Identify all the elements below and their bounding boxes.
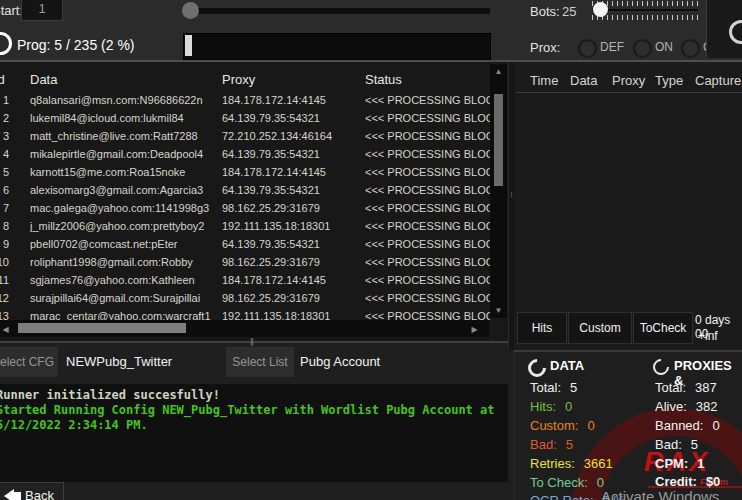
hits-col-capture[interactable]: Capture xyxy=(695,73,741,88)
runner-window: Start: Bots: 25 Prog: 5 / 235 (2 %) Prox… xyxy=(0,0,742,500)
prox-on-radio[interactable] xyxy=(633,39,652,58)
cell-data: matt_christine@live.com:Ratt7288 xyxy=(30,127,218,145)
cell-proxy: 192.111.135.18:18301 xyxy=(222,307,362,320)
cell-status: <<< PROCESSING BLOCK xyxy=(365,253,490,271)
log-line: Started Running Config NEW_Pubg_Twitter … xyxy=(0,403,508,418)
start-input[interactable] xyxy=(21,0,63,21)
cell-status: <<< PROCESSING BLOCK xyxy=(365,307,490,320)
vertical-scroll-thumb[interactable] xyxy=(494,94,503,186)
horizontal-scroll-thumb[interactable] xyxy=(18,323,186,333)
table-rows: 1q8alansari@msn.com:N96686622n184.178.17… xyxy=(0,91,490,320)
prox-off-radio[interactable] xyxy=(681,39,700,58)
cell-data: mac.galega@yahoo.com:1141998g3 xyxy=(30,199,218,217)
tab-hits[interactable]: Hits xyxy=(517,312,567,344)
scroll-right-icon[interactable]: ▶ xyxy=(466,325,483,334)
stat-data-bad: Bad:5 xyxy=(530,437,573,452)
horizontal-splitter-grip[interactable]: ∥ xyxy=(250,337,254,346)
cell-proxy: 64.139.79.35:54321 xyxy=(222,109,362,127)
cell-proxy: 64.139.79.35:54321 xyxy=(222,145,362,163)
hits-col-data[interactable]: Data xyxy=(570,73,597,88)
hits-col-time[interactable]: Time xyxy=(530,73,558,88)
col-header-proxy[interactable]: Proxy xyxy=(222,72,255,87)
cell-data: j_millz2006@yahoo.com:prettyboy2 xyxy=(30,217,218,235)
scroll-left-icon[interactable]: ◀ xyxy=(0,325,14,334)
bots-slider[interactable] xyxy=(590,0,700,26)
hits-col-proxy[interactable]: Proxy xyxy=(612,73,645,88)
table-row[interactable]: 8j_millz2006@yahoo.com:prettyboy2192.111… xyxy=(0,217,490,235)
cell-proxy: 184.178.172.14:4145 xyxy=(222,91,362,109)
back-label: Back xyxy=(25,488,54,500)
select-cfg-button[interactable]: Select CFG xyxy=(0,347,58,377)
tab-tocheck[interactable]: ToCheck xyxy=(633,312,693,344)
table-row[interactable]: 9pbell0702@comcast.net:pEter64.139.79.35… xyxy=(0,235,490,253)
start-slider-track xyxy=(191,8,490,14)
cell-status: <<< PROCESSING BLOCK xyxy=(365,217,490,235)
runner-log: Runner initialized succesfully! Started … xyxy=(0,384,508,482)
bots-ticks-top xyxy=(592,1,698,6)
table-row[interactable]: 7mac.galega@yahoo.com:1141998g398.162.25… xyxy=(0,199,490,217)
bottom-divider xyxy=(0,341,508,343)
prog-caption: Prog: xyxy=(17,37,50,53)
table-row[interactable]: 13marac_centar@yahoo.com:warcraft1192.11… xyxy=(0,307,490,320)
table-row[interactable]: 1q8alansari@msn.com:N96686622n184.178.17… xyxy=(0,91,490,109)
table-row[interactable]: 3matt_christine@live.com:Ratt728872.210.… xyxy=(0,127,490,145)
scroll-down-icon[interactable]: ▼ xyxy=(490,306,507,315)
cell-id: 11 xyxy=(0,271,9,289)
cell-id: 2 xyxy=(0,109,9,127)
cell-status: <<< PROCESSING BLOCK xyxy=(365,91,490,109)
results-table: Id Data Proxy Status 1q8alansari@msn.com… xyxy=(0,62,508,341)
cell-proxy: 64.139.79.35:54321 xyxy=(222,235,362,253)
stat-proxy-credit: Credit:$0 xyxy=(655,474,720,489)
cell-data: q8alansari@msn.com:N96686622n xyxy=(30,91,218,109)
table-row[interactable]: 11sgjames76@yahoo.com:Kathleen184.178.17… xyxy=(0,271,490,289)
log-line: 5/12/2022 2:34:14 PM. xyxy=(0,418,508,433)
cell-id: 1 xyxy=(0,91,9,109)
config-name: NEWPubg_Twitter xyxy=(66,354,172,369)
bots-slider-knob[interactable] xyxy=(593,2,608,17)
gear-icon[interactable] xyxy=(729,20,742,44)
scroll-up-icon[interactable]: ▲ xyxy=(490,67,507,76)
tab-custom[interactable]: Custom xyxy=(568,312,632,344)
start-slider[interactable] xyxy=(183,0,490,22)
table-row[interactable]: 10roliphant1998@gmail.com:Robby98.162.25… xyxy=(0,253,490,271)
stat-proxy-cpm: CPM:1 xyxy=(655,456,704,471)
bots-value: 25 xyxy=(562,4,576,19)
cell-id: 4 xyxy=(0,145,9,163)
cell-id: 12 xyxy=(0,289,9,307)
table-row[interactable]: 12surajpillai64@gmail.com:Surajpillai98.… xyxy=(0,289,490,307)
col-header-status[interactable]: Status xyxy=(365,72,402,87)
cell-status: <<< PROCESSING BLOCK xyxy=(365,163,490,181)
cell-data: sgjames76@yahoo.com:Kathleen xyxy=(30,271,218,289)
cell-proxy: 192.111.135.18:18301 xyxy=(222,217,362,235)
back-button[interactable]: Back xyxy=(0,482,64,500)
cell-id: 6 xyxy=(0,181,9,199)
start-slider-knob[interactable] xyxy=(182,2,199,19)
select-list-button[interactable]: Select List xyxy=(226,347,294,377)
col-header-data[interactable]: Data xyxy=(30,72,57,87)
cell-proxy: 184.178.172.14:4145 xyxy=(222,163,362,181)
table-row[interactable]: 4mikalepirtle@gmail.com:Deadpool464.139.… xyxy=(0,145,490,163)
back-arrow-icon-bar xyxy=(14,492,21,500)
table-row[interactable]: 5karnott15@me.com:Roa15noke184.178.172.1… xyxy=(0,163,490,181)
progress-fill xyxy=(185,35,192,56)
col-header-id[interactable]: Id xyxy=(0,72,5,87)
cell-data: karnott15@me.com:Roa15noke xyxy=(30,163,218,181)
cell-data: surajpillai64@gmail.com:Surajpillai xyxy=(30,289,218,307)
horizontal-scrollbar[interactable]: ◀ ▶ xyxy=(0,320,489,337)
stat-proxy-banned: Banned:0 xyxy=(655,418,720,433)
bots-ticks-bottom xyxy=(592,15,698,20)
prox-def-radio[interactable] xyxy=(578,39,597,58)
prox-on-label: ON xyxy=(655,40,673,54)
bots-label: Bots: xyxy=(530,4,560,19)
table-row[interactable]: 2lukemil84@icloud.com:lukmil8464.139.79.… xyxy=(0,109,490,127)
cell-status: <<< PROCESSING BLOCK xyxy=(365,199,490,217)
cell-data: pbell0702@comcast.net:pEter xyxy=(30,235,218,253)
prox-def-label: DEF xyxy=(600,40,624,54)
vertical-scrollbar[interactable]: ▲ ▼ xyxy=(490,64,507,318)
cell-data: marac_centar@yahoo.com:warcraft1 xyxy=(30,307,218,320)
table-row[interactable]: 6alexisomarg3@gmail.com:Agarcia364.139.7… xyxy=(0,181,490,199)
hits-col-type[interactable]: Type xyxy=(655,73,683,88)
spinner-icon xyxy=(0,32,12,55)
splitter-grip: ⁝ xyxy=(510,192,513,197)
cell-proxy: 64.139.79.35:54321 xyxy=(222,181,362,199)
